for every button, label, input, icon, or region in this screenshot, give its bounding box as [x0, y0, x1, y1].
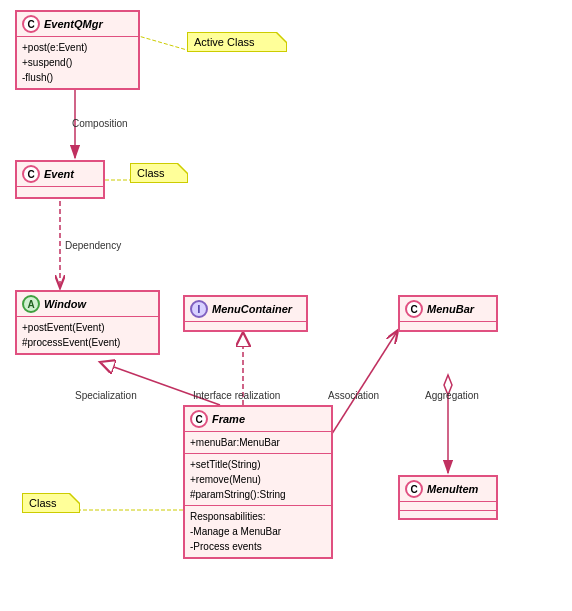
class-header-window: A Window: [17, 292, 158, 317]
method-1: +post(e:Event): [22, 40, 133, 55]
resp-label: Responsabilities:: [190, 509, 326, 524]
label-specialization: Specialization: [75, 390, 137, 401]
stereotype-window: A: [22, 295, 40, 313]
note-class-event-text: Class: [137, 167, 165, 179]
class-window: A Window +postEvent(Event) #processEvent…: [15, 290, 160, 355]
class-event: C Event: [15, 160, 105, 199]
method-frame-3: #paramString():String: [190, 487, 326, 502]
class-menubar: C MenuBar: [398, 295, 498, 332]
class-menuitem: C MenuItem: [398, 475, 498, 520]
stereotype-menucontainer: I: [190, 300, 208, 318]
uml-diagram: C EventQMgr +post(e:Event) +suspend() -f…: [0, 0, 572, 611]
label-aggregation: Aggregation: [425, 390, 479, 401]
resp-1: -Manage a MenuBar: [190, 524, 326, 539]
class-name-menubar: MenuBar: [427, 303, 474, 315]
class-header-event: C Event: [17, 162, 103, 187]
class-menucontainer: I MenuContainer: [183, 295, 308, 332]
resp-2: -Process events: [190, 539, 326, 554]
method-window-1: +postEvent(Event): [22, 320, 153, 335]
label-composition: Composition: [72, 118, 128, 129]
class-body-menucontainer: [185, 322, 306, 330]
class-name-event: Event: [44, 168, 74, 180]
class-section-frame-methods: +setTitle(String) +remove(Menu) #paramSt…: [185, 453, 331, 505]
svg-line-5: [135, 35, 187, 50]
class-section-menuitem: [400, 510, 496, 518]
class-name-menuitem: MenuItem: [427, 483, 478, 495]
stereotype-eventqmgr: C: [22, 15, 40, 33]
method-frame-2: +remove(Menu): [190, 472, 326, 487]
label-association: Association: [328, 390, 379, 401]
class-header-menubar: C MenuBar: [400, 297, 496, 322]
stereotype-event: C: [22, 165, 40, 183]
class-header-eventqmgr: C EventQMgr: [17, 12, 138, 37]
attr-frame-1: +menuBar:MenuBar: [190, 435, 326, 450]
class-body-window: +postEvent(Event) #processEvent(Event): [17, 317, 158, 353]
stereotype-frame: C: [190, 410, 208, 428]
class-name-eventqmgr: EventQMgr: [44, 18, 103, 30]
class-section-frame-resp: Responsabilities: -Manage a MenuBar -Pro…: [185, 505, 331, 557]
class-frame: C Frame +menuBar:MenuBar +setTitle(Strin…: [183, 405, 333, 559]
method-window-2: #processEvent(Event): [22, 335, 153, 350]
note-active-text: Active Class: [194, 36, 255, 48]
note-class-event: Class: [130, 163, 188, 183]
method-frame-1: +setTitle(String): [190, 457, 326, 472]
class-header-menucontainer: I MenuContainer: [185, 297, 306, 322]
class-header-frame: C Frame: [185, 407, 331, 432]
class-eventqmgr: C EventQMgr +post(e:Event) +suspend() -f…: [15, 10, 140, 90]
note-class-frame-text: Class: [29, 497, 57, 509]
class-header-menuitem: C MenuItem: [400, 477, 496, 502]
stereotype-menubar: C: [405, 300, 423, 318]
class-name-window: Window: [44, 298, 86, 310]
label-dependency: Dependency: [65, 240, 121, 251]
class-body-eventqmgr: +post(e:Event) +suspend() -flush(): [17, 37, 138, 88]
label-interface-real: Interface realization: [193, 390, 280, 401]
stereotype-menuitem: C: [405, 480, 423, 498]
method-2: +suspend(): [22, 55, 133, 70]
method-3: -flush(): [22, 70, 133, 85]
class-body-menubar: [400, 322, 496, 330]
class-body-event: [17, 187, 103, 197]
class-name-menucontainer: MenuContainer: [212, 303, 292, 315]
class-name-frame: Frame: [212, 413, 245, 425]
svg-line-12: [328, 330, 398, 440]
note-class-frame: Class: [22, 493, 80, 513]
class-body-frame-attrs: +menuBar:MenuBar: [185, 432, 331, 453]
note-active-class: Active Class: [187, 32, 287, 52]
class-body-menuitem: [400, 502, 496, 510]
